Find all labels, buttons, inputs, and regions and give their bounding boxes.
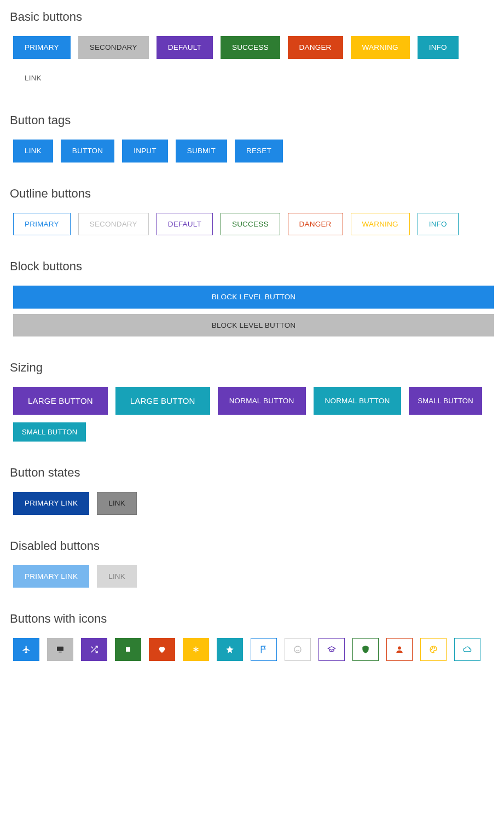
sizing-button-row: LARGE BUTTON LARGE BUTTON NORMAL BUTTON … (10, 387, 494, 442)
section-outline-buttons: Outline buttons PRIMARY SECONDARY DEFAUL… (10, 187, 494, 236)
outline-info-button[interactable]: INFO (418, 213, 459, 236)
danger-button[interactable]: DANGER (288, 36, 343, 59)
star-icon (225, 645, 234, 654)
icon-button-shield[interactable] (352, 638, 379, 661)
asterisk-icon (192, 645, 200, 654)
outline-primary-button[interactable]: PRIMARY (13, 213, 71, 236)
large-default-button[interactable]: LARGE BUTTON (13, 387, 108, 415)
block-secondary-button[interactable]: BLOCK LEVEL BUTTON (13, 314, 494, 337)
heart-icon (158, 645, 166, 654)
outline-danger-button[interactable]: DANGER (288, 213, 343, 236)
default-button[interactable]: DEFAULT (157, 36, 213, 59)
normal-default-button[interactable]: NORMAL BUTTON (218, 387, 306, 415)
icon-button-square[interactable] (115, 638, 141, 661)
outline-default-button[interactable]: DEFAULT (157, 213, 213, 236)
primary-button[interactable]: PRIMARY (13, 36, 71, 59)
shuffle-icon (90, 645, 99, 654)
active-secondary-button[interactable]: LINK (97, 492, 137, 515)
info-button[interactable]: INFO (418, 36, 459, 59)
smile-icon (293, 645, 302, 654)
shield-icon (361, 645, 370, 654)
square-icon (124, 645, 132, 654)
tag-button-row: LINK BUTTON INPUT SUBMIT RESET (10, 140, 494, 163)
svg-point-4 (431, 649, 432, 649)
disabled-button-row: PRIMARY LINK LINK (10, 565, 494, 588)
tag-input-button[interactable]: INPUT (122, 140, 168, 163)
svg-point-2 (294, 646, 301, 653)
section-block-buttons: Block buttons BLOCK LEVEL BUTTON BLOCK L… (10, 259, 494, 336)
state-button-row: PRIMARY LINK LINK (10, 492, 494, 515)
icon-button-smile[interactable] (285, 638, 311, 661)
tag-reset-button[interactable]: RESET (235, 140, 283, 163)
section-title: Button states (10, 466, 494, 480)
warning-button[interactable]: WARNING (351, 36, 410, 59)
flag-icon (259, 645, 268, 654)
graduation-icon (327, 645, 336, 654)
icon-button-plane[interactable] (13, 638, 39, 661)
section-title: Sizing (10, 361, 494, 375)
icon-button-shuffle[interactable] (81, 638, 107, 661)
user-icon (395, 645, 404, 654)
section-basic-buttons: Basic buttons PRIMARY SECONDARY DEFAULT … (10, 10, 494, 89)
section-title: Disabled buttons (10, 539, 494, 553)
section-icon-buttons: Buttons with icons (10, 612, 494, 661)
outline-warning-button[interactable]: WARNING (351, 213, 410, 236)
outline-button-row: PRIMARY SECONDARY DEFAULT SUCCESS DANGER… (10, 213, 494, 236)
tag-button-button[interactable]: BUTTON (61, 140, 114, 163)
icon-button-graduation[interactable] (318, 638, 345, 661)
disabled-primary-button: PRIMARY LINK (13, 565, 89, 588)
outline-success-button[interactable]: SUCCESS (221, 213, 280, 236)
icon-button-heart[interactable] (149, 638, 175, 661)
section-title: Block buttons (10, 259, 494, 274)
normal-info-button[interactable]: NORMAL BUTTON (314, 387, 402, 415)
small-info-button[interactable]: SMALL BUTTON (13, 422, 86, 442)
block-button-wrap: BLOCK LEVEL BUTTON BLOCK LEVEL BUTTON (10, 286, 494, 336)
svg-rect-1 (126, 647, 130, 652)
icon-button-flag[interactable] (251, 638, 277, 661)
small-default-button[interactable]: SMALL BUTTON (409, 387, 482, 415)
icon-button-user[interactable] (386, 638, 413, 661)
svg-point-5 (432, 648, 433, 648)
svg-point-6 (434, 648, 435, 648)
tag-submit-button[interactable]: SUBMIT (176, 140, 227, 163)
section-sizing: Sizing LARGE BUTTON LARGE BUTTON NORMAL … (10, 361, 494, 442)
section-title: Buttons with icons (10, 612, 494, 626)
icon-button-display[interactable] (47, 638, 73, 661)
tag-link-button[interactable]: LINK (13, 140, 53, 163)
active-primary-button[interactable]: PRIMARY LINK (13, 492, 89, 515)
outline-secondary-button[interactable]: SECONDARY (78, 213, 149, 236)
section-title: Outline buttons (10, 187, 494, 201)
basic-button-row: PRIMARY SECONDARY DEFAULT SUCCESS DANGER… (10, 36, 494, 89)
icon-button-cloud[interactable] (454, 638, 480, 661)
section-disabled-buttons: Disabled buttons PRIMARY LINK LINK (10, 539, 494, 588)
link-button[interactable]: LINK (13, 67, 53, 90)
icon-button-row (10, 638, 494, 661)
disabled-secondary-button: LINK (97, 565, 137, 588)
large-info-button[interactable]: LARGE BUTTON (115, 387, 210, 415)
icon-button-palette[interactable] (420, 638, 447, 661)
section-button-states: Button states PRIMARY LINK LINK (10, 466, 494, 515)
secondary-button[interactable]: SECONDARY (78, 36, 149, 59)
svg-point-3 (398, 647, 401, 649)
display-icon (56, 645, 65, 654)
icon-button-star[interactable] (217, 638, 243, 661)
cloud-icon (463, 645, 472, 654)
block-primary-button[interactable]: BLOCK LEVEL BUTTON (13, 286, 494, 309)
success-button[interactable]: SUCCESS (221, 36, 280, 59)
section-title: Basic buttons (10, 10, 494, 24)
section-button-tags: Button tags LINK BUTTON INPUT SUBMIT RES… (10, 113, 494, 163)
palette-icon (429, 645, 438, 654)
svg-rect-0 (57, 647, 63, 651)
icon-button-asterisk[interactable] (183, 638, 209, 661)
section-title: Button tags (10, 113, 494, 127)
plane-icon (22, 645, 31, 654)
